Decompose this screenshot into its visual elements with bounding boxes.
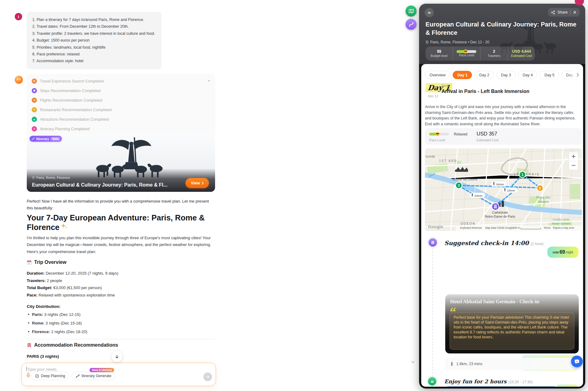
send-button[interactable] — [203, 373, 212, 381]
tab-day-4[interactable]: Day 4 — [518, 71, 538, 79]
list-icon — [32, 126, 37, 131]
map-scale-label: 500 m — [513, 227, 520, 229]
chevron-down-icon[interactable] — [207, 79, 211, 83]
overview-row: Total Budget: €3,000 (€1,500 per person) — [27, 284, 211, 292]
task-status-list: Travel Experience Search Completed Stays… — [27, 74, 215, 137]
overview-row: Pace: Relaxed with spontaneous explorati… — [27, 292, 211, 299]
city-distribution-title: City Distribution: — [27, 304, 61, 309]
share-icon[interactable] — [551, 10, 555, 14]
hotel-building-icon — [27, 343, 32, 348]
map-label-vosges: Vosges — [538, 200, 549, 204]
status-row-stays[interactable]: Stays Recommendation Completed — [27, 86, 215, 95]
map-marker-2[interactable]: 2 — [537, 185, 543, 191]
checkin-hotel-icon — [429, 238, 437, 247]
trip-hero-card[interactable]: Paris, Rome, Florence European Cultural … — [27, 134, 215, 192]
map-label-vosges: Place des — [536, 195, 550, 199]
send-arrow-icon — [206, 375, 210, 379]
close-icon[interactable] — [573, 10, 577, 14]
map-label-cathedrale: Cathédrale — [492, 211, 508, 214]
walk-time-pill: 34min — [491, 181, 507, 187]
price-currency: USD — [553, 251, 559, 254]
day-date: Dec 12 — [428, 94, 438, 98]
map-label-coulee: Coulée verte — [553, 218, 569, 221]
itinerary-generate-chip[interactable]: Itinerary Generate — [72, 372, 115, 380]
chat-bubble-button[interactable] — [571, 356, 583, 367]
map-icon — [409, 9, 414, 14]
map-marker-1[interactable]: 1 — [519, 171, 526, 178]
itinerary-badge-label: Itinerary — [36, 137, 49, 141]
map-view-button[interactable] — [406, 6, 417, 17]
deep-planning-label: Deep Planning — [41, 374, 65, 378]
cost-label: Estimated Cost — [511, 54, 532, 58]
status-row-itinerary[interactable]: Itinerary Planning Completed — [27, 124, 215, 134]
hotel-icon — [32, 88, 37, 93]
map-zoom-control[interactable] — [569, 152, 578, 170]
divider — [27, 339, 215, 339]
user-message-line: 2. Travel dates: From December 12th to D… — [32, 23, 156, 30]
status-row-attractions[interactable]: Attractions Recommendation Completed — [27, 115, 215, 124]
pace-label: Pace Level — [429, 138, 445, 142]
scroll-down-button[interactable] — [111, 351, 122, 362]
stat-travelers: 2 Travelers — [480, 46, 508, 61]
tab-day-3[interactable]: Day 3 — [496, 71, 516, 79]
enjoy-heading: Enjoy fun for 2 hours(15:30 - 17:30) — [444, 378, 533, 385]
hero-title: European Cultural & Culinary Journey: Pa… — [32, 182, 180, 188]
panel-content: Overview Day 1 Day 2 Day 3 Day 4 Day 5 D… — [421, 64, 583, 387]
tab-day-5[interactable]: Day 5 — [540, 71, 559, 79]
map-marker-3[interactable]: 3 — [456, 182, 462, 189]
stat-cost: USD 4,644 Estimated Cost — [508, 46, 535, 61]
hero-location: Paris, Rome, Florence — [32, 176, 70, 179]
next-activity-card[interactable] — [445, 386, 557, 387]
chat-input-box[interactable]: Deep Planning Itinerary Generate Beta (≈… — [22, 363, 216, 386]
view-button[interactable]: View — [186, 178, 209, 188]
collapse-panel-button[interactable] — [425, 8, 434, 17]
budget-value: $$ — [437, 50, 441, 54]
travelers-value: 2 — [493, 50, 495, 54]
map-label-louvre: Musée du Louvre — [452, 177, 477, 181]
tabs-next-button[interactable] — [576, 73, 579, 77]
list-item: Paris: 3 nights (Dec 12-15) — [28, 312, 87, 321]
map-attr-shortcuts[interactable]: Keyboard shortcuts — [460, 227, 482, 229]
hotel-card[interactable]: Hotel Abbatial Saint Germain - Check-in … — [445, 294, 579, 353]
chat-collapse-chevron[interactable] — [410, 360, 415, 364]
map-attr-report[interactable]: Report a map error — [553, 227, 574, 229]
hero-location-text: Paris, Rome, Florence — [36, 176, 70, 179]
map-label-coulee: René-Dumont — [552, 222, 570, 225]
itinerary-view-button[interactable] — [406, 19, 417, 30]
hotel-card-title: Hotel Abbatial Saint Germain - Check-in — [450, 299, 539, 305]
stat-budget: $$ Budget level — [426, 46, 453, 61]
plan-heading-text: Your 7-Day European Adventure: Paris, Ro… — [27, 213, 205, 232]
status-row-flights[interactable]: Flights Recommendation Completed — [27, 95, 215, 105]
tab-day-1[interactable]: Day 1 — [453, 71, 472, 79]
user-message-line: 4. Budget: 1500 euros per person — [32, 37, 156, 44]
map-attr-data: Map Data ©2025 Google — [485, 227, 513, 229]
list-item: Rome: 3 nights (Dec 15-18) — [28, 321, 87, 329]
map[interactable]: Seine ncorde 1ST ARR. LE MARAIS Musée du… — [425, 148, 582, 231]
price-per-night-badge: USD 69 /night — [547, 247, 578, 258]
status-label: Attractions Recommendation Completed — [40, 117, 109, 122]
trip-stats-bar: $$ Budget level Pace Level 2 Travelers — [426, 46, 535, 61]
share-button[interactable]: Share — [558, 10, 568, 14]
day-city: Paris — [442, 84, 449, 87]
text-caret — [26, 367, 27, 371]
walking-distance-text: 1.6km, 23 mins — [456, 362, 482, 366]
map-marker-hotel[interactable] — [492, 203, 499, 210]
travelers-label: Travelers — [488, 54, 500, 58]
tab-day-2[interactable]: Day 2 — [474, 71, 494, 79]
deep-planning-chip[interactable]: Deep Planning — [31, 372, 69, 380]
tab-overview[interactable]: Overview — [425, 71, 450, 79]
checkin-duration: (1 hour) — [531, 242, 544, 246]
pace-value: Relaxed — [454, 132, 467, 136]
plane-icon — [32, 98, 37, 103]
walk-time-pill: 23min — [502, 187, 518, 193]
price-amount: 69 — [559, 249, 565, 255]
cost-value: USD 4,644 — [512, 50, 531, 54]
status-row-search[interactable]: Travel Experience Search Completed — [27, 76, 215, 86]
quote-icon — [450, 307, 456, 311]
map-attr-terms[interactable]: Terms — [544, 227, 550, 229]
status-label: Flights Recommendation Completed — [40, 98, 102, 103]
status-row-restaurants[interactable]: Restaurants Recommendation Completed — [27, 105, 215, 115]
user-message: 1. Plan a itinerary for 7 days in/around… — [27, 12, 162, 69]
svg-text:2: 2 — [539, 186, 541, 190]
day-cost-label: Estimated Cost — [477, 138, 498, 142]
